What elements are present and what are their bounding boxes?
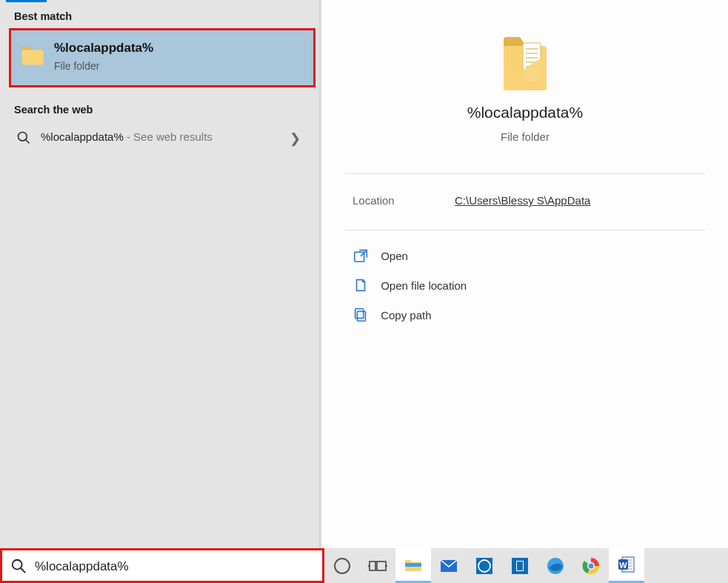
web-result-hint: - See web results bbox=[124, 130, 213, 143]
folder-icon bbox=[20, 42, 45, 67]
taskbar-chrome-button[interactable] bbox=[573, 548, 609, 583]
mail-icon bbox=[439, 556, 458, 576]
location-path-link[interactable]: C:\Users\Blessy S\AppData bbox=[455, 194, 590, 207]
taskbar-search-box[interactable] bbox=[0, 548, 324, 583]
search-input[interactable] bbox=[35, 555, 301, 579]
taskbar-dell-button[interactable] bbox=[467, 548, 502, 583]
section-header-search-web: Search the web bbox=[14, 104, 93, 116]
taskbar-office-button[interactable] bbox=[502, 548, 538, 583]
action-open-label: Open bbox=[381, 250, 408, 262]
svg-point-12 bbox=[13, 560, 22, 570]
separator bbox=[345, 230, 705, 230]
svg-rect-19 bbox=[405, 563, 421, 567]
taskbar-mail-button[interactable] bbox=[431, 548, 467, 583]
filter-tab-all-indicator[interactable] bbox=[6, 0, 47, 2]
taskbar: W bbox=[324, 548, 728, 583]
svg-rect-15 bbox=[370, 562, 375, 570]
svg-point-14 bbox=[335, 559, 350, 573]
best-match-title: %localappdata% bbox=[54, 41, 153, 56]
open-file-location-icon bbox=[353, 277, 369, 293]
search-icon bbox=[16, 130, 31, 145]
search-icon bbox=[10, 558, 27, 574]
preview-subtitle: File folder bbox=[321, 130, 728, 143]
svg-point-29 bbox=[589, 563, 594, 568]
action-open-location-label: Open file location bbox=[381, 279, 467, 292]
separator bbox=[345, 173, 705, 174]
svg-point-0 bbox=[19, 133, 27, 141]
chrome-icon bbox=[581, 556, 601, 576]
svg-rect-25 bbox=[517, 562, 523, 570]
office-icon bbox=[510, 556, 530, 576]
web-result-title: %localappdata% bbox=[41, 130, 124, 143]
svg-text:W: W bbox=[619, 561, 627, 570]
cortana-icon bbox=[333, 556, 352, 576]
dell-icon bbox=[475, 556, 494, 576]
web-result-row[interactable]: %localappdata% - See web results ❯ bbox=[0, 123, 320, 156]
open-icon bbox=[353, 247, 369, 264]
preview-title: %localappdata% bbox=[321, 104, 728, 121]
action-open-location[interactable]: Open file location bbox=[353, 277, 467, 298]
section-header-best-match: Best match bbox=[14, 10, 72, 22]
file-explorer-icon bbox=[404, 555, 423, 574]
taskbar-edge-button[interactable] bbox=[538, 548, 573, 583]
web-result-text: %localappdata% - See web results bbox=[41, 130, 213, 143]
chevron-right-icon[interactable]: ❯ bbox=[290, 130, 301, 147]
best-match-result[interactable]: %localappdata% File folder bbox=[9, 28, 315, 87]
taskbar-file-explorer-button[interactable] bbox=[395, 548, 431, 583]
best-match-subtitle: File folder bbox=[54, 60, 99, 72]
copy-path-icon bbox=[353, 307, 369, 323]
taskbar-taskview-button[interactable] bbox=[360, 548, 395, 583]
action-copy-path-label: Copy path bbox=[381, 309, 431, 322]
taskbar-cortana-button[interactable] bbox=[324, 548, 360, 583]
taskbar-word-button[interactable]: W bbox=[609, 548, 644, 583]
location-label: Location bbox=[353, 194, 395, 207]
edge-icon bbox=[546, 556, 565, 576]
folder-large-icon bbox=[499, 30, 551, 92]
svg-rect-10 bbox=[357, 311, 365, 321]
svg-line-13 bbox=[21, 568, 25, 573]
filter-tab-strip bbox=[0, 0, 320, 2]
svg-rect-11 bbox=[355, 309, 364, 319]
action-open[interactable]: Open bbox=[353, 247, 408, 268]
task-view-icon bbox=[368, 556, 387, 576]
word-icon: W bbox=[617, 555, 636, 574]
result-preview-pane: %localappdata% File folder Location C:\U… bbox=[321, 0, 728, 548]
svg-line-1 bbox=[26, 140, 30, 144]
action-copy-path[interactable]: Copy path bbox=[353, 307, 432, 327]
svg-rect-16 bbox=[377, 562, 386, 570]
search-results-pane: Best match %localappdata% File folder Se… bbox=[0, 0, 320, 548]
